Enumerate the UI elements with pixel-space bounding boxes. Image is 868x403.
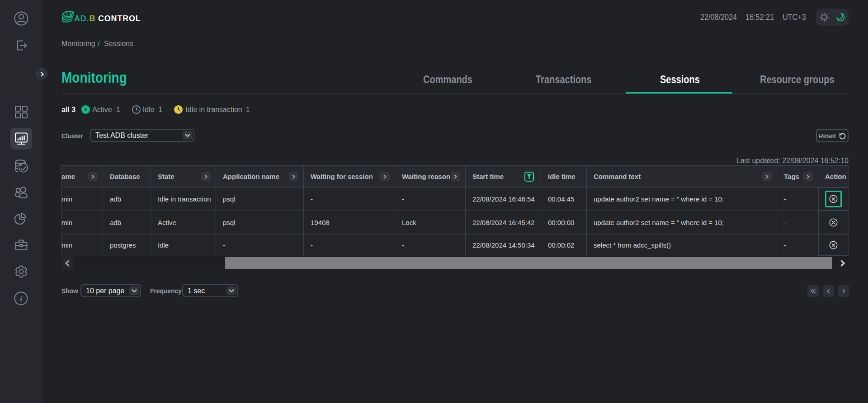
svg-text:i: i — [20, 295, 22, 303]
